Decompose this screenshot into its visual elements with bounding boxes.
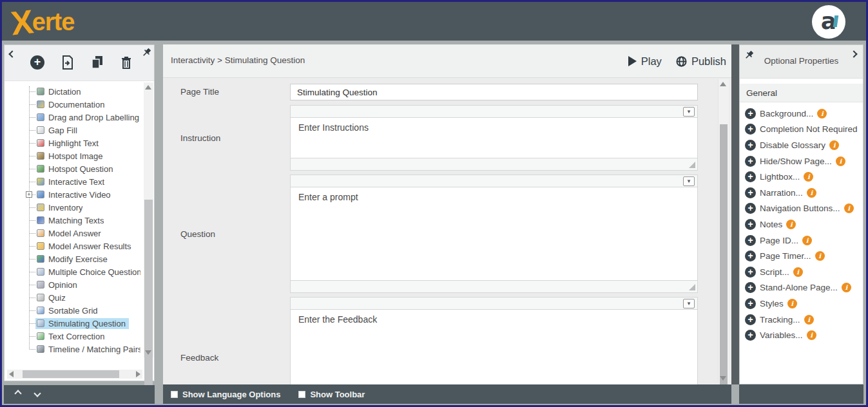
play-button[interactable]: Play — [628, 55, 662, 68]
optional-property-item[interactable]: + Hide/Show Page... i — [740, 153, 863, 169]
tree-item[interactable]: + Drag and Drop Labelling — [5, 111, 144, 124]
info-icon[interactable]: i — [807, 330, 816, 340]
info-icon[interactable]: i — [793, 267, 803, 277]
instruction-editor-content[interactable]: Enter Instructions — [290, 118, 698, 158]
info-icon[interactable]: i — [836, 156, 845, 166]
tree-item[interactable]: + Model Answer — [5, 227, 144, 240]
add-property-icon[interactable]: + — [745, 108, 756, 119]
tree-item[interactable]: + Stimulating Question — [5, 317, 144, 330]
add-property-icon[interactable]: + — [745, 156, 756, 167]
apereo-logo[interactable]: a — [812, 5, 845, 39]
info-icon[interactable]: i — [807, 188, 816, 198]
info-icon[interactable]: i — [844, 204, 854, 213]
optional-property-item[interactable]: + Background... i — [740, 106, 863, 122]
checkbox-icon[interactable] — [298, 391, 305, 398]
add-property-icon[interactable]: + — [745, 298, 756, 309]
tree-item[interactable]: + Interactive Video — [5, 188, 144, 201]
publish-button[interactable]: Publish — [676, 55, 726, 68]
optional-property-item[interactable]: + Completion Not Required i — [740, 122, 863, 138]
checkbox-icon[interactable] — [171, 391, 178, 398]
tree-item[interactable]: + Multiple Choice Question — [5, 265, 144, 278]
add-property-icon[interactable]: + — [745, 251, 756, 261]
optional-property-item[interactable]: + Narration... i — [740, 185, 863, 201]
add-property-icon[interactable]: + — [745, 267, 756, 278]
move-down-icon[interactable] — [34, 390, 41, 397]
scroll-down-icon[interactable] — [145, 350, 151, 355]
info-icon[interactable]: i — [804, 172, 813, 182]
info-icon[interactable]: i — [802, 236, 812, 245]
scroll-left-icon[interactable] — [9, 371, 14, 377]
tree-item[interactable]: + Interactive Text — [5, 175, 144, 188]
optional-property-item[interactable]: + Navigation Buttons... i — [740, 201, 863, 217]
show-toolbar-checkbox[interactable]: Show Toolbar — [298, 390, 365, 399]
show-language-options-checkbox[interactable]: Show Language Options — [171, 390, 280, 399]
toolbar-dropdown-icon[interactable]: ▾ — [683, 176, 695, 186]
feedback-editor-content[interactable]: Enter the Feedback — [290, 310, 698, 384]
optional-property-item[interactable]: + Lightbox... i — [740, 169, 863, 185]
tree-item[interactable]: + Dictation — [5, 85, 144, 98]
tree-item[interactable]: + Highlight Text — [5, 137, 144, 149]
scrollbar-thumb[interactable] — [720, 124, 728, 387]
tree-item[interactable]: + Hotspot Question — [5, 162, 144, 175]
tree-item[interactable]: + Model Answer Results — [5, 240, 144, 252]
tree-item[interactable]: + Gap Fill — [5, 124, 144, 137]
add-page-button[interactable]: + — [30, 55, 44, 70]
add-property-icon[interactable]: + — [745, 282, 756, 293]
optional-property-item[interactable]: + Stand-Alone Page... i — [740, 280, 863, 296]
tree-item[interactable]: + Documentation — [5, 98, 144, 111]
tree-item[interactable]: + Matching Texts — [5, 214, 144, 227]
add-property-icon[interactable]: + — [745, 314, 756, 325]
optional-property-item[interactable]: + Script... i — [740, 264, 863, 280]
info-icon[interactable]: i — [804, 315, 814, 325]
question-editor-content[interactable]: Enter a prompt — [290, 187, 698, 281]
page-title-input[interactable] — [290, 84, 698, 100]
import-page-icon[interactable] — [61, 55, 74, 70]
pin-icon[interactable] — [142, 48, 151, 57]
copy-page-icon[interactable] — [91, 55, 104, 70]
resize-handle-icon[interactable] — [689, 162, 695, 168]
move-up-icon[interactable] — [14, 390, 21, 397]
add-property-icon[interactable]: + — [745, 203, 756, 214]
scroll-up-icon[interactable] — [145, 85, 151, 90]
info-icon[interactable]: i — [842, 283, 851, 292]
add-property-icon[interactable]: + — [745, 171, 756, 182]
info-icon[interactable]: i — [817, 109, 827, 118]
toolbar-dropdown-icon[interactable]: ▾ — [683, 107, 695, 117]
tree-item[interactable]: + Hotspot Image — [5, 149, 144, 162]
optional-property-item[interactable]: + Notes i — [740, 216, 863, 232]
add-property-icon[interactable]: + — [745, 330, 756, 341]
add-property-icon[interactable]: + — [745, 219, 756, 230]
info-icon[interactable]: i — [786, 220, 796, 229]
tree-expander-icon[interactable]: + — [26, 191, 32, 198]
scroll-down-icon[interactable] — [720, 376, 726, 381]
tree-item[interactable]: + Modify Exercise — [5, 252, 144, 265]
tree-horizontal-scrollbar[interactable] — [7, 370, 142, 379]
add-property-icon[interactable]: + — [745, 124, 756, 135]
scroll-up-icon[interactable] — [720, 82, 726, 86]
tree-item[interactable]: + Sortable Grid — [5, 304, 144, 317]
toolbar-dropdown-icon[interactable]: ▾ — [683, 299, 695, 308]
scrollbar-thumb[interactable] — [144, 200, 153, 393]
panel-splitter[interactable] — [731, 44, 739, 384]
optional-property-item[interactable]: + Variables... i — [740, 327, 863, 343]
tree-vertical-scrollbar[interactable] — [144, 82, 153, 357]
add-property-icon[interactable]: + — [745, 140, 756, 151]
info-icon[interactable]: i — [815, 251, 825, 261]
add-property-icon[interactable]: + — [745, 187, 756, 198]
optional-property-item[interactable]: + Page Timer... i — [740, 248, 863, 264]
chevron-left-icon[interactable] — [8, 50, 15, 57]
trash-icon[interactable] — [121, 55, 132, 70]
info-icon[interactable]: i — [829, 140, 839, 150]
resize-handle-icon[interactable] — [689, 284, 695, 290]
optional-property-item[interactable]: + Disable Glossary i — [740, 137, 863, 153]
tree-item[interactable]: + Text Correction — [5, 330, 144, 343]
optional-property-item[interactable]: + Page ID... i — [740, 232, 863, 249]
optional-property-item[interactable]: + Styles i — [740, 296, 863, 312]
tree-item[interactable]: + Opinion — [5, 278, 144, 291]
scrollbar-thumb[interactable] — [23, 370, 119, 378]
tree-item[interactable]: + Timeline / Matching Pairs — [5, 343, 144, 355]
scroll-right-icon[interactable] — [136, 371, 140, 377]
info-icon[interactable]: i — [787, 299, 797, 308]
add-property-icon[interactable]: + — [745, 235, 756, 246]
optional-property-item[interactable]: + Tracking... i — [740, 312, 863, 328]
